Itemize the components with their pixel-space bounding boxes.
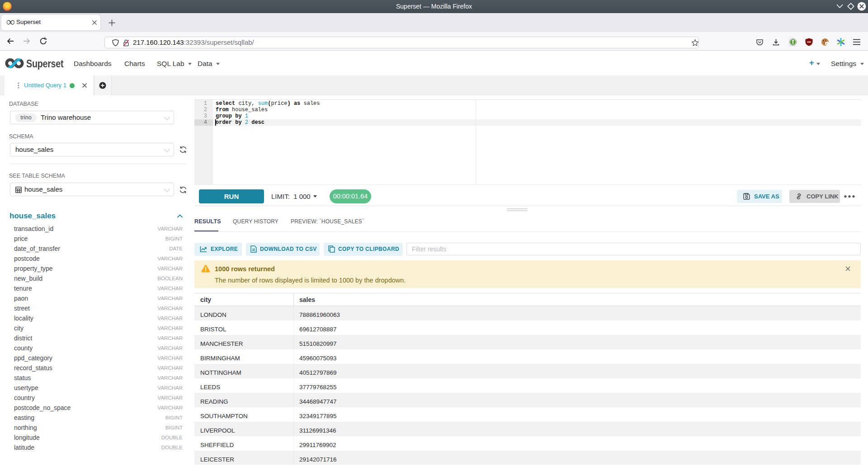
svg-text:UO: UO [807,41,811,43]
